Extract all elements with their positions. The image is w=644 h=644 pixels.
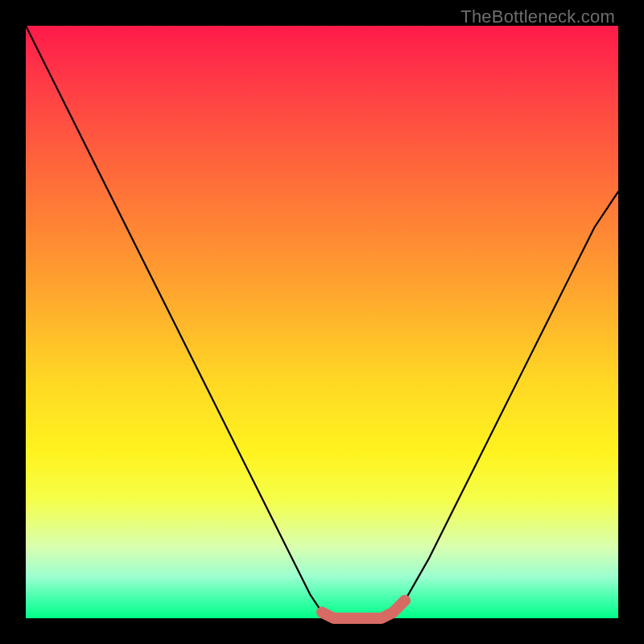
- chart-svg: [26, 26, 618, 618]
- bottleneck-curve: [26, 26, 618, 618]
- watermark-text: TheBottleneck.com: [460, 6, 615, 27]
- chart-frame: TheBottleneck.com: [0, 0, 644, 644]
- plot-area: [26, 26, 618, 618]
- optimal-band: [322, 601, 405, 618]
